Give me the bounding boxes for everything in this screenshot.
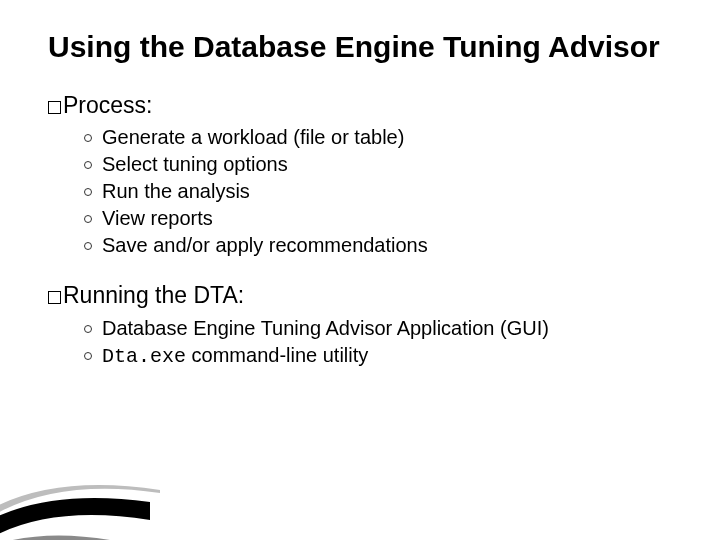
list-item: Database Engine Tuning Advisor Applicati…	[84, 315, 680, 342]
ring-bullet-icon	[84, 134, 92, 142]
ring-bullet-icon	[84, 325, 92, 333]
square-bullet-icon	[48, 291, 61, 304]
process-heading: Process:	[48, 91, 680, 121]
list-item: Save and/or apply recommendations	[84, 232, 680, 259]
ring-bullet-icon	[84, 242, 92, 250]
ring-bullet-icon	[84, 352, 92, 360]
running-list: Database Engine Tuning Advisor Applicati…	[48, 315, 680, 370]
running-heading-text: Running the DTA:	[63, 282, 244, 308]
list-item-text: Dta.exe command-line utility	[102, 344, 368, 366]
ring-bullet-icon	[84, 215, 92, 223]
list-item: Run the analysis	[84, 178, 680, 205]
running-heading: Running the DTA:	[48, 281, 680, 311]
process-list: Generate a workload (file or table) Sele…	[48, 124, 680, 259]
list-item: View reports	[84, 205, 680, 232]
list-item: Dta.exe command-line utility	[84, 342, 680, 370]
list-item: Select tuning options	[84, 151, 680, 178]
list-item-text: Select tuning options	[102, 153, 288, 175]
ring-bullet-icon	[84, 188, 92, 196]
list-item: Generate a workload (file or table)	[84, 124, 680, 151]
process-heading-text: Process:	[63, 92, 152, 118]
list-item-text: Run the analysis	[102, 180, 250, 202]
swoosh-decoration	[0, 430, 220, 540]
ring-bullet-icon	[84, 161, 92, 169]
list-item-text: Generate a workload (file or table)	[102, 126, 404, 148]
slide: Using the Database Engine Tuning Advisor…	[0, 0, 720, 540]
list-item-text: Database Engine Tuning Advisor Applicati…	[102, 317, 549, 339]
list-item-text: Save and/or apply recommendations	[102, 234, 428, 256]
list-item-text: View reports	[102, 207, 213, 229]
slide-title: Using the Database Engine Tuning Advisor	[48, 30, 680, 65]
square-bullet-icon	[48, 101, 61, 114]
